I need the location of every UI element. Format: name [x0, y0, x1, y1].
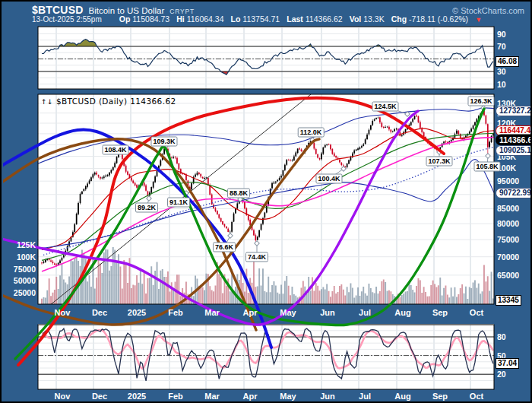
rsi-axis-tick: 90	[497, 30, 506, 39]
month-label: Oct	[470, 392, 483, 401]
stoch-axis-tick: 80	[497, 332, 506, 341]
month-label: Apr	[243, 308, 258, 317]
month-label: Oct	[470, 308, 483, 317]
price-axis-tick: 70000	[497, 252, 519, 262]
axis-value-bubble: 90722.99	[496, 188, 532, 198]
month-label: Dec	[92, 392, 107, 401]
volume-axis-tick: 100K	[7, 252, 36, 262]
price-callout-label: 109.3K	[150, 137, 177, 147]
stoch-axis-tick: 20	[497, 370, 506, 379]
month-label: Nov	[55, 308, 71, 317]
month-label: 2025	[128, 308, 146, 317]
month-label: Feb	[168, 308, 183, 317]
month-label: Aug	[394, 308, 410, 317]
price-axis-tick: 85000	[497, 204, 519, 213]
price-axis-tick: 80000	[497, 219, 519, 228]
month-label: Apr	[243, 392, 258, 401]
price-callout-label: 107.3K	[426, 157, 452, 167]
month-label: Nov	[55, 392, 71, 401]
month-label: Jul	[359, 308, 371, 317]
main-panel-title: ↑↓$BTCUSD (Daily) 114366.62	[41, 97, 176, 106]
month-label: May	[280, 392, 296, 401]
month-label: Aug	[394, 392, 410, 401]
month-label: Sep	[432, 308, 448, 317]
price-axis-tick: 95000	[497, 176, 519, 186]
price-callout-label: 74.4K	[245, 252, 268, 262]
axis-value-bubble: 46.08	[496, 56, 519, 67]
volume-axis-tick: 75000	[7, 265, 36, 274]
month-label: Jun	[320, 308, 335, 317]
axis-value-bubble: 13345	[496, 295, 521, 306]
volume-axis-tick: 50000	[7, 276, 36, 285]
month-label: Jun	[320, 392, 335, 401]
volume-axis-tick: 25000	[7, 288, 36, 297]
rsi-axis-tick: 70	[497, 42, 506, 51]
axis-value-bubble: 109025.11	[496, 145, 532, 156]
month-label: Dec	[92, 308, 107, 317]
price-callout-label: 100.4K	[315, 174, 342, 184]
price-callout-label: 91.1K	[167, 198, 190, 208]
price-axis-tick: 65000	[497, 271, 519, 280]
month-label: Mar	[204, 308, 220, 317]
main-chart-title-text: $BTCUSD (Daily) 114366.62	[56, 97, 176, 106]
month-label: 2025	[128, 392, 146, 401]
rsi-axis-tick: 10	[497, 80, 506, 89]
price-callout-label: 124.5K	[372, 102, 398, 112]
last-price-box: 114366.62	[496, 135, 532, 146]
axis-value-bubble: 127327.24	[496, 106, 532, 116]
price-callout-label: 108.4K	[102, 145, 128, 155]
volume-axis-tick: 125K	[7, 240, 36, 249]
stockcharts-chart-window: $BTCUSD Bitcoin to US Dollar CRYPT © Sto…	[0, 0, 532, 403]
month-label: Sep	[432, 392, 448, 401]
rsi-axis-tick: 30	[497, 67, 506, 76]
month-label: Jul	[359, 392, 371, 401]
month-label: Feb	[168, 392, 183, 401]
price-callout-label: 126.3K	[467, 97, 494, 106]
price-callout-label: 112.0K	[298, 128, 325, 138]
price-callout-label: 89.2K	[135, 203, 158, 213]
price-callout-label: 88.8K	[227, 189, 250, 198]
price-callout-label: 105.8K	[473, 162, 500, 172]
month-label: Mar	[204, 392, 220, 401]
updown-arrows-icon: ↑↓	[41, 98, 53, 106]
axis-value-bubble: 37.04	[496, 358, 519, 369]
price-axis-tick: 75000	[497, 235, 519, 244]
month-label: May	[280, 308, 296, 317]
chart-canvas[interactable]	[2, 2, 532, 403]
price-callout-label: 76.6K	[213, 243, 236, 252]
